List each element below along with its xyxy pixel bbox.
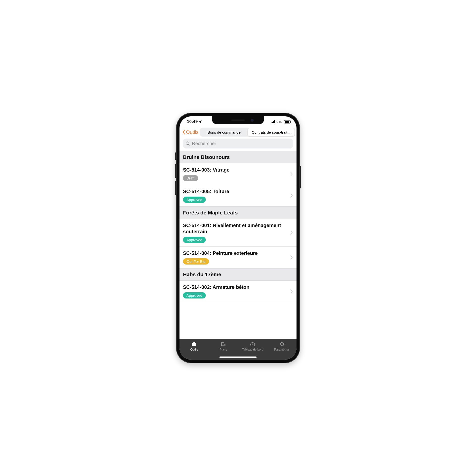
list-item-body: SC-514-003: VitrageDraft <box>183 167 288 181</box>
segment-label: Bons de commande <box>208 130 240 134</box>
tab-settings[interactable]: Paramètres <box>267 341 297 351</box>
search-placeholder: Rechercher <box>192 141 216 146</box>
segment-subcontracts[interactable]: Contrats de sous-trait... <box>248 128 295 136</box>
phone-volume-down <box>175 181 176 195</box>
home-indicator[interactable] <box>219 357 257 358</box>
search-icon <box>185 141 190 146</box>
back-button-label: Outils <box>186 129 199 135</box>
segment-purchase-orders[interactable]: Bons de commande <box>201 128 247 136</box>
phone-front-camera <box>251 119 254 122</box>
cellular-signal-icon <box>271 120 275 123</box>
phone-volume-up <box>175 164 176 178</box>
phone-speaker <box>231 119 245 121</box>
section-header: Forêts de Maple Leafs <box>179 207 297 219</box>
status-badge: Approved <box>183 237 206 243</box>
status-badge: Out For Bid <box>183 258 209 265</box>
list-item-body: SC-514-002: Armature bétonApproved <box>183 284 288 298</box>
section-header: Habs du 17ème <box>179 268 297 281</box>
status-bar-right: LTE <box>271 120 291 124</box>
chevron-left-icon <box>182 130 185 135</box>
blueprint-icon <box>220 341 227 347</box>
list-item-body: SC-514-005: ToitureApproved <box>183 188 288 203</box>
segment-label: Contrats de sous-trait... <box>252 130 290 134</box>
back-button[interactable]: Outils <box>181 129 199 135</box>
list-item-title: SC-514-002: Armature béton <box>183 284 288 290</box>
location-icon <box>199 120 202 123</box>
tab-dashboard[interactable]: Tableau de bord <box>238 341 267 351</box>
list-item-title: SC-514-005: Toiture <box>183 188 288 195</box>
status-badge: Approved <box>183 197 206 203</box>
tab-plans[interactable]: Plans <box>209 341 238 351</box>
status-badge: Draft <box>183 175 198 181</box>
chevron-right-icon <box>288 172 293 176</box>
chevron-right-icon <box>288 193 293 198</box>
search-input[interactable]: Rechercher <box>183 139 293 149</box>
tab-label: Tableau de bord <box>242 348 263 351</box>
tab-tools[interactable]: Outils <box>179 341 209 351</box>
list-content[interactable]: Bruins BisounoursSC-514-003: VitrageDraf… <box>179 151 297 339</box>
toolbox-icon <box>191 341 197 347</box>
tab-label: Plans <box>220 348 227 351</box>
list-item[interactable]: SC-514-003: VitrageDraft <box>179 163 297 185</box>
gauge-icon <box>249 341 256 347</box>
list-item[interactable]: SC-514-002: Armature bétonApproved <box>179 281 297 302</box>
chevron-right-icon <box>288 231 293 235</box>
navigation-bar: Outils Bons de commande Contrats de sous… <box>179 127 297 139</box>
section-header: Bruins Bisounours <box>179 151 297 163</box>
list-item-body: SC-514-001: Nivellement et aménagement s… <box>183 222 288 243</box>
list-item[interactable]: SC-514-004: Peinture exterieureOut For B… <box>179 247 297 268</box>
status-bar-left: 10:49 <box>187 119 202 124</box>
gear-icon <box>279 341 285 347</box>
phone-mute-switch <box>175 152 176 160</box>
list-item-title: SC-514-001: Nivellement et aménagement s… <box>183 222 288 235</box>
network-type-label: LTE <box>276 120 283 124</box>
status-clock: 10:49 <box>187 119 198 124</box>
battery-icon <box>284 120 291 123</box>
chevron-right-icon <box>288 289 293 294</box>
segment-control: Bons de commande Contrats de sous-trait.… <box>200 128 295 137</box>
list-item-title: SC-514-004: Peinture exterieure <box>183 250 288 256</box>
tab-label: Paramètres <box>274 348 290 351</box>
search-container: Rechercher <box>179 139 297 151</box>
phone-notch <box>212 116 264 124</box>
chevron-right-icon <box>288 255 293 260</box>
list-item[interactable]: SC-514-001: Nivellement et aménagement s… <box>179 219 297 247</box>
list-item[interactable]: SC-514-005: ToitureApproved <box>179 185 297 207</box>
status-badge: Approved <box>183 292 206 298</box>
phone-power-button <box>300 166 301 188</box>
phone-frame: 10:49 LTE Outils Bons de commande <box>176 113 300 363</box>
phone-screen: 10:49 LTE Outils Bons de commande <box>179 116 297 360</box>
list-item-title: SC-514-003: Vitrage <box>183 167 288 173</box>
tab-label: Outils <box>190 348 198 351</box>
list-item-body: SC-514-004: Peinture exterieureOut For B… <box>183 250 288 265</box>
